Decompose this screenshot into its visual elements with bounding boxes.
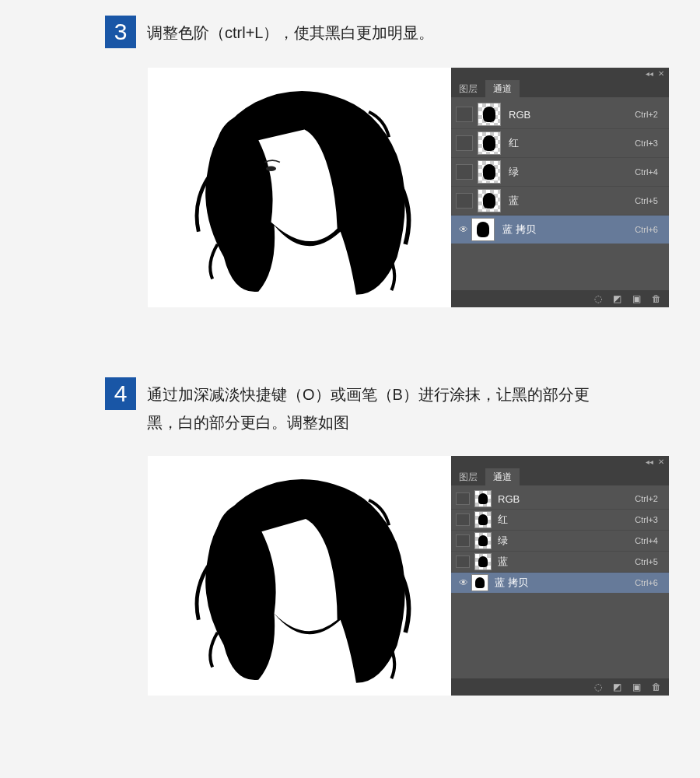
panel-footer: ◌ ◩ ▣ 🗑 — [451, 678, 669, 696]
channel-thumbnail — [478, 131, 501, 155]
channel-row[interactable]: 绿 Ctrl+4 — [451, 530, 669, 551]
channels-panel: ◂◂ ✕ 图层 通道 RGB Ctrl+2 红 Ctrl+3 绿 — [451, 456, 669, 696]
svg-point-1 — [266, 166, 276, 170]
channel-shortcut: Ctrl+4 — [635, 536, 669, 545]
visibility-toggle[interactable] — [456, 513, 470, 526]
channel-row[interactable]: 红 Ctrl+3 — [451, 128, 669, 157]
channel-shortcut: Ctrl+5 — [635, 196, 669, 205]
channel-row[interactable]: RGB Ctrl+2 — [451, 489, 669, 509]
channel-shortcut: Ctrl+5 — [635, 557, 669, 566]
step-number-badge: 4 — [105, 377, 136, 410]
mask-icon[interactable]: ◩ — [613, 293, 621, 304]
channel-thumbnail — [478, 103, 501, 126]
delete-icon[interactable]: 🗑 — [652, 293, 661, 304]
visibility-toggle[interactable] — [456, 107, 473, 122]
channel-shortcut: Ctrl+4 — [635, 167, 669, 177]
visibility-eye-icon[interactable]: 👁 — [456, 222, 471, 237]
channel-name: RGB — [509, 109, 635, 121]
step-figure: ◂◂ ✕ 图层 通道 RGB Ctrl+2 红 Ctrl+3 绿 — [148, 68, 700, 307]
channel-name: 蓝 拷贝 — [495, 576, 635, 590]
panel-top-bar: ◂◂ ✕ — [451, 456, 669, 467]
visibility-toggle[interactable] — [456, 492, 470, 505]
channel-thumbnail — [471, 574, 488, 591]
tab-layers[interactable]: 图层 — [451, 468, 485, 485]
visibility-eye-icon[interactable]: 👁 — [456, 575, 471, 591]
channel-row[interactable]: 蓝 Ctrl+5 — [451, 551, 669, 572]
channel-thumbnail — [471, 218, 495, 241]
channel-shortcut: Ctrl+3 — [635, 138, 669, 148]
channel-thumbnail — [474, 511, 492, 528]
channel-thumbnail — [478, 189, 501, 212]
preview-canvas — [148, 68, 451, 307]
channel-shortcut: Ctrl+2 — [635, 110, 669, 119]
channel-name: 蓝 拷贝 — [502, 223, 635, 237]
close-icon[interactable]: ✕ — [658, 69, 664, 78]
tab-channels[interactable]: 通道 — [485, 468, 520, 485]
visibility-toggle[interactable] — [456, 555, 470, 568]
collapse-icon[interactable]: ◂◂ — [646, 69, 653, 78]
channel-name: 绿 — [509, 165, 635, 179]
preview-canvas — [148, 456, 451, 696]
channel-thumbnail — [474, 490, 492, 507]
channel-row[interactable]: 👁 蓝 拷贝 Ctrl+6 — [451, 572, 669, 593]
selection-icon[interactable]: ◌ — [594, 682, 602, 692]
channel-name: 绿 — [498, 534, 635, 548]
channels-panel: ◂◂ ✕ 图层 通道 RGB Ctrl+2 红 Ctrl+3 绿 — [451, 68, 669, 307]
tutorial-step: 4 通过加深减淡快捷键（O）或画笔（B）进行涂抹，让黑的部分更黑，白的部分更白。… — [0, 377, 700, 696]
panel-tabs: 图层 通道 — [451, 467, 669, 485]
new-channel-icon[interactable]: ▣ — [632, 682, 641, 692]
channel-name: 红 — [498, 513, 635, 527]
collapse-icon[interactable]: ◂◂ — [646, 457, 653, 466]
tutorial-step: 3 调整色阶（ctrl+L），使其黑白更加明显。 ◂◂ ✕ 图层 通道 — [0, 16, 700, 307]
panel-top-bar: ◂◂ ✕ — [451, 68, 669, 79]
channel-name: 蓝 — [509, 194, 635, 208]
channel-list: RGB Ctrl+2 红 Ctrl+3 绿 Ctrl+4 蓝 Ctrl+5 — [451, 485, 669, 678]
channel-thumbnail — [474, 553, 492, 570]
step-instruction-text: 通过加深减淡快捷键（O）或画笔（B）进行涂抹，让黑的部分更黑，白的部分更白。调整… — [147, 377, 607, 436]
channel-row[interactable]: 蓝 Ctrl+5 — [451, 186, 669, 215]
step-number-badge: 3 — [105, 16, 136, 48]
channel-name: RGB — [498, 493, 635, 505]
channel-thumbnail — [478, 160, 501, 184]
delete-icon[interactable]: 🗑 — [652, 682, 661, 692]
channel-thumbnail — [474, 532, 492, 549]
channel-row[interactable]: 红 Ctrl+3 — [451, 509, 669, 530]
step-instruction-text: 调整色阶（ctrl+L），使其黑白更加明显。 — [147, 16, 434, 47]
mask-icon[interactable]: ◩ — [613, 682, 621, 692]
selection-icon[interactable]: ◌ — [594, 293, 602, 304]
panel-tabs: 图层 通道 — [451, 79, 669, 97]
channel-shortcut: Ctrl+3 — [635, 515, 669, 524]
channel-shortcut: Ctrl+2 — [635, 494, 669, 503]
visibility-toggle[interactable] — [456, 193, 473, 209]
channel-row[interactable]: 👁 蓝 拷贝 Ctrl+6 — [451, 215, 669, 244]
channel-row[interactable]: RGB Ctrl+2 — [451, 100, 669, 128]
panel-footer: ◌ ◩ ▣ 🗑 — [451, 290, 669, 307]
channel-list: RGB Ctrl+2 红 Ctrl+3 绿 Ctrl+4 蓝 Ctrl+5 — [451, 97, 669, 290]
channel-shortcut: Ctrl+6 — [635, 225, 669, 234]
visibility-toggle[interactable] — [456, 135, 473, 151]
channel-row[interactable]: 绿 Ctrl+4 — [451, 157, 669, 186]
channel-shortcut: Ctrl+6 — [635, 578, 669, 587]
tab-channels[interactable]: 通道 — [485, 80, 520, 97]
visibility-toggle[interactable] — [456, 534, 470, 547]
close-icon[interactable]: ✕ — [658, 457, 664, 466]
step-figure: ◂◂ ✕ 图层 通道 RGB Ctrl+2 红 Ctrl+3 绿 — [148, 456, 700, 696]
channel-name: 红 — [509, 136, 635, 150]
channel-name: 蓝 — [498, 555, 635, 569]
tab-layers[interactable]: 图层 — [451, 80, 485, 97]
new-channel-icon[interactable]: ▣ — [632, 293, 641, 304]
visibility-toggle[interactable] — [456, 164, 473, 180]
